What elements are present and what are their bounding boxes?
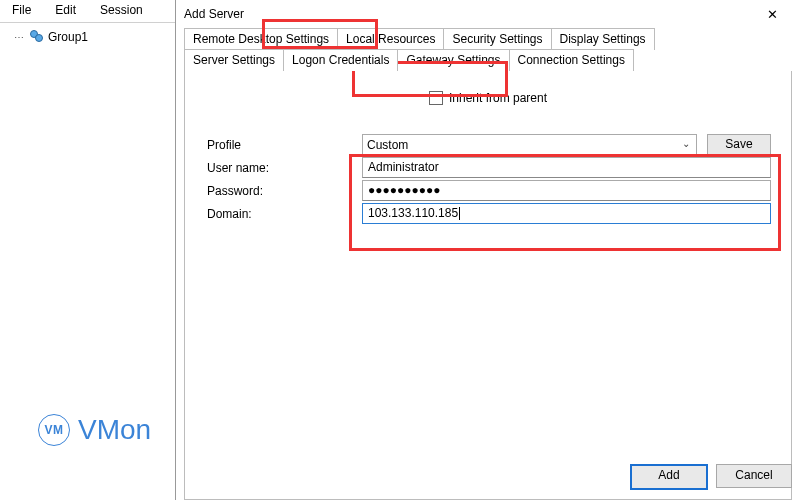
password-input[interactable]: ●●●●●●●●●● [362,180,771,201]
domain-row: Domain: 103.133.110.185 [205,202,771,225]
profile-label: Profile [205,138,362,152]
profile-value: Custom [367,138,408,152]
expand-icon[interactable]: ⋯ [14,32,24,43]
inherit-row: Inherit from parent [205,91,771,105]
server-group-icon [30,30,44,44]
dialog-title: Add Server [184,7,752,21]
add-server-dialog: Add Server ✕ Remote Desktop Settings Loc… [175,0,800,500]
username-row: User name: Administrator [205,156,771,179]
domain-label: Domain: [205,207,362,221]
menu-edit[interactable]: Edit [43,0,88,22]
tab-server-settings[interactable]: Server Settings [184,49,284,71]
watermark: VM VMon [38,414,151,446]
profile-select[interactable]: Custom ⌄ [362,134,697,156]
inherit-label: Inherit from parent [449,91,547,105]
inherit-checkbox[interactable] [429,91,443,105]
cancel-button[interactable]: Cancel [716,464,792,488]
tab-local-resources[interactable]: Local Resources [337,28,444,50]
chevron-down-icon: ⌄ [682,138,690,149]
domain-input[interactable]: 103.133.110.185 [362,203,771,224]
dialog-button-bar: Add Cancel [630,464,792,490]
tab-security-settings[interactable]: Security Settings [443,28,551,50]
menu-file[interactable]: File [0,0,43,22]
menu-session[interactable]: Session [88,0,155,22]
profile-row: Profile Custom ⌄ Save [205,133,771,156]
username-input[interactable]: Administrator [362,157,771,178]
username-label: User name: [205,161,362,175]
tree-item-label: Group1 [48,30,88,44]
tree-item-group1[interactable]: ⋯ Group1 [0,26,175,48]
tab-gateway-settings[interactable]: Gateway Settings [397,49,509,71]
dialog-tabs: Remote Desktop Settings Local Resources … [176,28,800,71]
tab-pane: Inherit from parent Profile Custom ⌄ Sav… [184,71,792,500]
tab-connection-settings[interactable]: Connection Settings [509,49,634,71]
tab-logon-credentials[interactable]: Logon Credentials [283,49,398,71]
password-row: Password: ●●●●●●●●●● [205,179,771,202]
text-caret [459,207,460,220]
close-icon[interactable]: ✕ [752,7,792,22]
watermark-logo-icon: VM [38,414,70,446]
tab-display-settings[interactable]: Display Settings [551,28,655,50]
add-button[interactable]: Add [630,464,708,490]
profile-save-button[interactable]: Save [707,134,771,156]
tab-remote-desktop-settings[interactable]: Remote Desktop Settings [184,28,338,50]
watermark-text: VMon [78,414,151,446]
dialog-titlebar: Add Server ✕ [176,0,800,28]
password-label: Password: [205,184,362,198]
